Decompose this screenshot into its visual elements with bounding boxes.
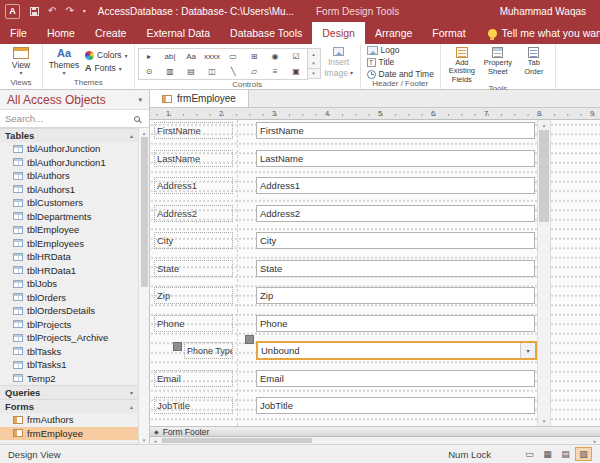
field-label[interactable]: City	[154, 232, 233, 249]
gallery-more-icon[interactable]: ▾	[308, 68, 320, 78]
control-icon-chart[interactable]: ▣	[286, 64, 307, 79]
redo-icon[interactable]: ↷	[65, 6, 73, 16]
nav-item[interactable]: tblJobs	[0, 277, 138, 291]
tab-create[interactable]: Create	[85, 22, 137, 44]
user-name[interactable]: Muhammad Waqas	[500, 6, 586, 17]
combo-dropdown-button[interactable]: ▾	[520, 343, 535, 358]
control-icon-rectangle[interactable]: ▱	[244, 64, 265, 79]
nav-item[interactable]: tblTasks	[0, 345, 138, 359]
nav-item[interactable]: tblAuthorJunction	[0, 142, 138, 156]
nav-item[interactable]: tblOrders	[0, 291, 138, 305]
nav-section-queries[interactable]: Queries ▾	[0, 385, 138, 399]
date-and-time-button[interactable]: Date and Time	[364, 69, 437, 79]
layout-view-button[interactable]: ▤	[557, 447, 574, 461]
nav-section-tables[interactable]: Tables ▴	[0, 128, 138, 142]
nav-item[interactable]: tblAuthors1	[0, 183, 138, 197]
nav-item[interactable]: tblEmployee	[0, 223, 138, 237]
nav-pane-header[interactable]: All Access Objects ▾	[0, 90, 149, 110]
nav-item[interactable]: tblProjects	[0, 318, 138, 332]
nav-item[interactable]: frmAuthors	[0, 413, 138, 427]
field-label[interactable]: Zip	[154, 287, 233, 304]
nav-item[interactable]: tblAuthors	[0, 169, 138, 183]
vertical-scrollbar[interactable]: ▴ ▾	[537, 120, 551, 426]
logo-button[interactable]: Logo	[364, 45, 437, 55]
control-icon-list-box[interactable]: ▥	[160, 64, 181, 79]
control-icon-line[interactable]: ╲	[223, 64, 244, 79]
gallery-scroll-strip[interactable]: ▴ ▾ ▾	[308, 48, 321, 79]
undo-icon[interactable]: ↶	[48, 6, 56, 16]
tab-external-data[interactable]: External Data	[136, 22, 220, 44]
tab-order-button[interactable]: Tab Order	[516, 45, 552, 84]
tab-arrange[interactable]: Arrange	[365, 22, 422, 44]
control-icon-option-group[interactable]: ◉	[265, 49, 286, 64]
tab-database-tools[interactable]: Database Tools	[220, 22, 312, 44]
nav-item[interactable]: tblOrdersDetails	[0, 304, 138, 318]
save-button[interactable]	[30, 7, 39, 16]
phone-type-combo-box[interactable]: Unbound ▾	[256, 341, 537, 360]
control-icon-hyperlink[interactable]: ⊞	[244, 49, 265, 64]
horizontal-scrollbar[interactable]: ◂ ▸	[150, 437, 600, 444]
gallery-scroll-up-icon[interactable]: ▴	[308, 49, 320, 58]
datasheet-view-button[interactable]: ▦	[539, 447, 556, 461]
field-label[interactable]: JobTitle	[154, 397, 233, 414]
control-icon-subform[interactable]: ▤	[181, 64, 202, 79]
nav-scrollbar[interactable]: ▴ ▾	[138, 128, 149, 444]
property-sheet-button[interactable]: Property Sheet	[480, 45, 516, 84]
nav-item[interactable]: tblProjects_Archive	[0, 331, 138, 345]
design-view-button[interactable]: ▧	[575, 447, 592, 461]
scrollbar-thumb[interactable]	[539, 130, 549, 222]
tab-home[interactable]: Home	[37, 22, 85, 44]
move-handle[interactable]	[245, 335, 254, 344]
nav-section-forms[interactable]: Forms ▴	[0, 399, 138, 413]
scrollbar-thumb[interactable]	[162, 438, 312, 443]
scroll-up-icon[interactable]: ▴	[143, 128, 146, 137]
add-existing-fields-button[interactable]: Add Existing Fields	[444, 45, 480, 84]
scroll-left-icon[interactable]: ◂	[150, 438, 160, 444]
control-icon-label[interactable]: Aa	[181, 49, 202, 64]
field-label[interactable]: Phone	[154, 315, 233, 332]
field-label[interactable]: State	[154, 260, 233, 277]
form-footer-section-bar[interactable]: ◆ Form Footer	[150, 426, 600, 437]
field-label[interactable]: Phone Type	[184, 342, 233, 359]
nav-item[interactable]: tblEmployees	[0, 237, 138, 251]
field-textbox[interactable]: FirstName	[256, 122, 535, 139]
nav-item[interactable]: tblDepartments	[0, 210, 138, 224]
scroll-up-icon[interactable]: ▴	[543, 120, 546, 130]
field-textbox[interactable]: Address2	[256, 205, 535, 222]
control-icon-select[interactable]: ▸	[139, 49, 160, 64]
tell-me-box[interactable]: Tell me what you want to do	[488, 22, 600, 44]
field-textbox[interactable]: Email	[256, 370, 535, 387]
nav-item[interactable]: Temp2	[0, 372, 138, 386]
gallery-scroll-down-icon[interactable]: ▾	[308, 58, 320, 67]
nav-item[interactable]: tblCustomers	[0, 196, 138, 210]
document-tab-frmemployee[interactable]: frmEmployee	[150, 90, 249, 107]
nav-item[interactable]: tblHRData1	[0, 264, 138, 278]
search-icon[interactable]	[134, 116, 140, 122]
control-icon-check-box[interactable]: ☑	[286, 49, 307, 64]
access-app-icon[interactable]	[5, 4, 20, 19]
field-label[interactable]: Email	[154, 370, 233, 387]
form-design-grid[interactable]: FirstName FirstName LastName LastName Ad…	[150, 120, 600, 426]
chevron-down-icon[interactable]: ▾	[138, 96, 142, 104]
field-label[interactable]: Address2	[154, 205, 233, 222]
fonts-button[interactable]: Fonts ▾	[82, 63, 131, 73]
control-icon-navigation-control[interactable]: ≡	[265, 64, 286, 79]
field-textbox[interactable]: Phone	[256, 315, 535, 332]
tab-format[interactable]: Format	[422, 22, 475, 44]
field-textbox[interactable]: State	[256, 260, 535, 277]
tab-file[interactable]: File	[0, 22, 37, 44]
control-icon-tab-control[interactable]: ▭	[223, 49, 244, 64]
nav-item[interactable]: tblHRData	[0, 250, 138, 264]
move-handle[interactable]	[173, 342, 182, 351]
form-view-button[interactable]: ▭	[521, 447, 538, 461]
colors-button[interactable]: Colors ▾	[82, 50, 131, 60]
control-icon-toggle-button[interactable]: ◫	[202, 64, 223, 79]
field-label[interactable]: Address1	[154, 177, 233, 194]
qat-customize-icon[interactable]: ▾	[83, 8, 86, 14]
themes-button[interactable]: Themes ▾	[46, 45, 82, 78]
control-icon-text-box[interactable]: ab|	[160, 49, 181, 64]
scroll-right-icon[interactable]: ▸	[590, 438, 600, 444]
field-textbox[interactable]: JobTitle	[256, 397, 535, 414]
scroll-down-icon[interactable]: ▾	[143, 435, 146, 444]
scroll-down-icon[interactable]: ▾	[543, 416, 546, 426]
